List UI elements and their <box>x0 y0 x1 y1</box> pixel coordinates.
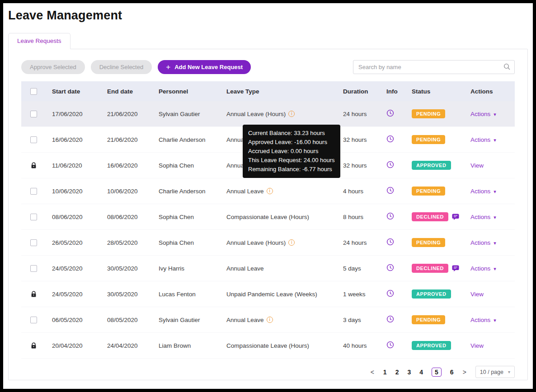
actions-cell: Actions▾ <box>464 136 515 143</box>
end-date-cell: 30/05/2020 <box>101 265 152 272</box>
tooltip-line-remaining-balance: Remaining Balance: -6.77 hours <box>248 165 335 174</box>
clock-icon[interactable] <box>386 187 394 194</box>
start-date-cell: 24/05/2020 <box>46 291 101 298</box>
column-header-start-date: Start date <box>46 88 101 95</box>
pagination-prev[interactable]: < <box>370 369 375 376</box>
tooltip-line-accrued-leave: Accrued Leave: 0.00 hours <box>248 147 335 156</box>
leave-type-label: Annual Leave <box>226 317 264 323</box>
duration-cell: 32 hours <box>337 162 380 169</box>
tab-bar: Leave Requests <box>8 33 533 49</box>
tab-leave-requests[interactable]: Leave Requests <box>8 33 71 49</box>
clock-icon[interactable] <box>386 238 394 246</box>
info-cell <box>380 238 405 247</box>
status-badge: PENDING <box>412 315 445 324</box>
leave-balance-info-icon[interactable]: i <box>288 111 295 117</box>
row-view-link[interactable]: View <box>470 342 484 349</box>
leave-type-label: Unpaid Pandemic Leave (Weeks) <box>226 291 317 298</box>
actions-cell: Actions▾ <box>464 239 515 246</box>
actions-caret-icon: ▾ <box>494 215 496 220</box>
tooltip-line-this-leave-request: This Leave Request: 24.00 hours <box>248 156 335 165</box>
start-date-cell: 17/06/2020 <box>46 111 101 117</box>
clock-icon[interactable] <box>386 341 394 349</box>
row-checkbox[interactable] <box>30 214 37 220</box>
row-actions-link[interactable]: Actions▾ <box>470 239 496 246</box>
clock-icon[interactable] <box>386 289 394 297</box>
leave-balance-info-icon[interactable]: i <box>267 317 273 323</box>
clock-icon[interactable] <box>386 135 394 143</box>
personnel-cell: Charlie Anderson <box>152 188 220 195</box>
actions-caret-icon: ▾ <box>494 189 496 194</box>
leave-balance-info-icon[interactable]: i <box>288 239 295 246</box>
row-view-link[interactable]: View <box>470 162 484 169</box>
tooltip-line-approved-leave: Approved Leave: -16.00 hours <box>248 138 335 147</box>
row-checkbox[interactable] <box>30 136 37 143</box>
clock-icon[interactable] <box>386 161 394 168</box>
row-checkbox[interactable] <box>30 188 37 195</box>
actions-link-label: Actions <box>470 188 490 195</box>
start-date-cell: 20/04/2020 <box>46 342 101 349</box>
status-badge: PENDING <box>412 109 445 118</box>
comment-icon[interactable] <box>452 265 459 272</box>
actions-link-label: Actions <box>470 111 490 117</box>
decline-selected-button[interactable]: Decline Selected <box>91 60 152 74</box>
row-actions-link[interactable]: Actions▾ <box>470 136 496 143</box>
start-date-cell: 06/05/2020 <box>46 317 101 323</box>
end-date-cell: 21/06/2020 <box>101 136 152 143</box>
row-checkbox[interactable] <box>30 239 37 246</box>
info-cell <box>380 212 405 221</box>
pagination-page-5[interactable]: 5 <box>432 368 442 377</box>
status-badge: PENDING <box>412 187 445 196</box>
clock-icon[interactable] <box>386 315 394 323</box>
clock-icon[interactable] <box>386 212 394 220</box>
approve-selected-button[interactable]: Approve Selected <box>21 60 85 74</box>
status-badge: APPROVED <box>412 289 451 299</box>
actions-cell: View <box>464 342 515 349</box>
leave-type-label: Annual Leave (Hours) <box>226 239 286 246</box>
row-actions-link[interactable]: Actions▾ <box>470 188 496 195</box>
row-checkbox[interactable] <box>30 317 37 323</box>
personnel-cell: Ivy Harris <box>152 265 220 272</box>
row-checkbox[interactable] <box>30 111 37 117</box>
pagination-page-6[interactable]: 6 <box>450 369 454 376</box>
actions-caret-icon: ▾ <box>494 266 496 271</box>
select-all-checkbox[interactable] <box>30 88 37 95</box>
personnel-cell: Sophia Chen <box>152 162 220 169</box>
info-cell <box>380 109 405 118</box>
status-cell: PENDING <box>405 135 464 144</box>
duration-cell: 32 hours <box>337 136 380 143</box>
end-date-cell: 24/04/2020 <box>101 342 152 349</box>
search-icon[interactable] <box>503 63 511 70</box>
comment-icon[interactable] <box>452 214 459 220</box>
row-actions-link[interactable]: Actions▾ <box>470 265 496 272</box>
column-header-end-date: End date <box>101 88 152 95</box>
pagination-next[interactable]: > <box>462 369 467 376</box>
clock-icon[interactable] <box>386 264 394 271</box>
status-cell: DECLINED <box>405 212 464 221</box>
table-row: 24/05/2020 30/05/2020 Lucas Fenton Unpai… <box>21 281 515 307</box>
row-actions-link[interactable]: Actions▾ <box>470 111 496 117</box>
table-row: 20/04/2020 24/04/2020 Liam Brown Compass… <box>21 333 515 359</box>
actions-cell: View <box>464 162 515 169</box>
pagination-page-2[interactable]: 2 <box>395 369 399 376</box>
row-actions-link[interactable]: Actions▾ <box>470 317 496 323</box>
leave-balance-info-icon[interactable]: i <box>267 188 273 194</box>
personnel-cell: Lucas Fenton <box>152 291 220 298</box>
end-date-cell: 21/06/2020 <box>101 111 152 117</box>
status-cell: PENDING <box>405 238 464 247</box>
search-input[interactable] <box>353 60 515 74</box>
page-size-select[interactable]: 10 / page ▾ <box>475 366 515 378</box>
pagination-page-3[interactable]: 3 <box>407 369 411 376</box>
clock-icon[interactable] <box>386 109 394 117</box>
pagination-page-4[interactable]: 4 <box>419 369 423 376</box>
pagination: < 123456 > 10 / page ▾ <box>21 366 515 378</box>
row-checkbox[interactable] <box>30 265 37 272</box>
personnel-cell: Sylvain Gautier <box>152 111 220 117</box>
start-date-cell: 16/06/2020 <box>46 136 101 143</box>
pagination-page-1[interactable]: 1 <box>383 369 387 376</box>
add-leave-request-button[interactable]: + Add New Leave Request <box>158 60 251 74</box>
actions-cell: Actions▾ <box>464 188 515 195</box>
actions-link-label: Actions <box>470 317 490 323</box>
table-row: 24/05/2020 30/05/2020 Ivy Harris Annual … <box>21 256 515 281</box>
row-view-link[interactable]: View <box>470 291 484 298</box>
row-actions-link[interactable]: Actions▾ <box>470 214 496 220</box>
